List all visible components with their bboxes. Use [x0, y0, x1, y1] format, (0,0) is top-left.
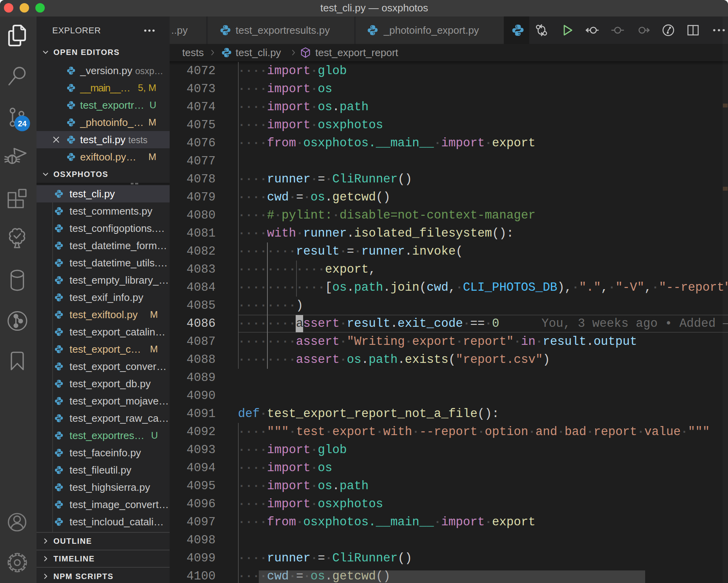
svg-text:24: 24	[18, 119, 27, 128]
